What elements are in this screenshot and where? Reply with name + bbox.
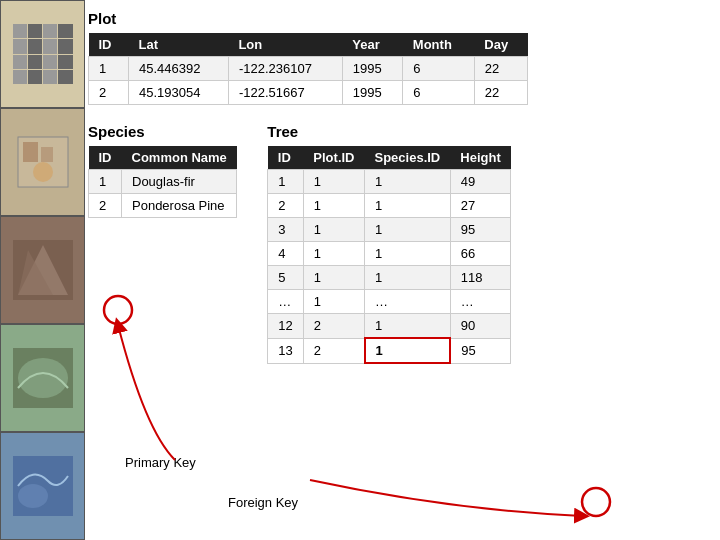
tree-col-speciesid: Species.ID: [365, 146, 451, 170]
plot-section-title: Plot: [88, 10, 710, 27]
tree-cell: 1: [365, 338, 451, 363]
tree-cell: 1: [303, 194, 364, 218]
tree-cell: 4: [268, 242, 303, 266]
species-cell: Douglas-fir: [122, 170, 237, 194]
plot-cell: 6: [403, 81, 474, 105]
tree-cell: 13: [268, 338, 303, 363]
tree-cell: 1: [365, 218, 451, 242]
tree-cell: 1: [268, 170, 303, 194]
tree-cell: 66: [450, 242, 510, 266]
plot-row: 145.446392-122.2361071995622: [89, 57, 528, 81]
tree-cell: 2: [303, 314, 364, 339]
left-image-strip: [0, 0, 85, 540]
plot-col-year: Year: [342, 33, 403, 57]
tree-cell: 1: [303, 266, 364, 290]
tree-row: 21127: [268, 194, 511, 218]
tree-row: 41166: [268, 242, 511, 266]
image-2: [0, 108, 85, 216]
tree-section-title: Tree: [267, 123, 511, 140]
svg-rect-2: [41, 147, 53, 162]
tree-cell: 1: [303, 170, 364, 194]
plot-cell: -122.51667: [228, 81, 342, 105]
species-row: 1Douglas-fir: [89, 170, 237, 194]
plot-cell: 22: [474, 57, 527, 81]
tree-cell: 1: [365, 242, 451, 266]
image-5: [0, 432, 85, 540]
tree-cell: 118: [450, 266, 510, 290]
species-section-title: Species: [88, 123, 237, 140]
svg-point-8: [18, 358, 68, 398]
tree-row: 11149: [268, 170, 511, 194]
tree-cell: 1: [365, 170, 451, 194]
species-section: Species ID Common Name 1Douglas-fir2Pond…: [88, 123, 237, 218]
species-cell: Ponderosa Pine: [122, 194, 237, 218]
plot-col-lon: Lon: [228, 33, 342, 57]
lower-section: Species ID Common Name 1Douglas-fir2Pond…: [88, 123, 710, 364]
plot-row: 245.193054-122.516671995622: [89, 81, 528, 105]
tree-cell: 1: [303, 242, 364, 266]
tree-cell: 1: [365, 266, 451, 290]
plot-table: ID Lat Lon Year Month Day 145.446392-122…: [88, 33, 528, 105]
tree-row: 31195: [268, 218, 511, 242]
plot-cell: 1: [89, 57, 129, 81]
svg-rect-1: [23, 142, 38, 162]
foreign-key-label: Foreign Key: [228, 495, 298, 510]
tree-cell: …: [450, 290, 510, 314]
primary-key-label: Primary Key: [125, 455, 196, 470]
tree-cell: 12: [268, 314, 303, 339]
tree-cell: 2: [268, 194, 303, 218]
tree-cell: 90: [450, 314, 510, 339]
tree-section: Tree ID Plot.ID Species.ID Height 111492…: [267, 123, 511, 364]
plot-cell: 1995: [342, 81, 403, 105]
tree-row: …1……: [268, 290, 511, 314]
species-row: 2Ponderosa Pine: [89, 194, 237, 218]
tree-cell: 95: [450, 338, 510, 363]
tree-col-plotid: Plot.ID: [303, 146, 364, 170]
plot-col-id: ID: [89, 33, 129, 57]
plot-col-day: Day: [474, 33, 527, 57]
tree-cell: 49: [450, 170, 510, 194]
tree-cell: 1: [365, 194, 451, 218]
plot-cell: -122.236107: [228, 57, 342, 81]
tree-cell: 2: [303, 338, 364, 363]
species-cell: 2: [89, 194, 122, 218]
tree-row: 132195: [268, 338, 511, 363]
tree-col-id: ID: [268, 146, 303, 170]
image-4: [0, 324, 85, 432]
svg-point-3: [33, 162, 53, 182]
plot-cell: 1995: [342, 57, 403, 81]
tree-cell: 27: [450, 194, 510, 218]
plot-col-lat: Lat: [128, 33, 228, 57]
plot-cell: 2: [89, 81, 129, 105]
main-content: Plot ID Lat Lon Year Month Day 145.44639…: [88, 10, 710, 364]
tree-cell: 3: [268, 218, 303, 242]
image-3: [0, 216, 85, 324]
tree-cell: …: [365, 290, 451, 314]
image-1: [0, 0, 85, 108]
tree-cell: 1: [303, 290, 364, 314]
tree-cell: 5: [268, 266, 303, 290]
svg-rect-9: [13, 456, 73, 516]
tree-col-height: Height: [450, 146, 510, 170]
species-cell: 1: [89, 170, 122, 194]
svg-point-12: [582, 488, 610, 516]
tree-table: ID Plot.ID Species.ID Height 11149211273…: [267, 146, 511, 364]
species-table: ID Common Name 1Douglas-fir2Ponderosa Pi…: [88, 146, 237, 218]
plot-cell: 45.446392: [128, 57, 228, 81]
plot-col-month: Month: [403, 33, 474, 57]
plot-cell: 6: [403, 57, 474, 81]
tree-row: 511118: [268, 266, 511, 290]
species-col-id: ID: [89, 146, 122, 170]
tree-row: 122190: [268, 314, 511, 339]
species-col-name: Common Name: [122, 146, 237, 170]
tree-cell: 1: [303, 218, 364, 242]
svg-point-10: [18, 484, 48, 508]
plot-cell: 22: [474, 81, 527, 105]
tree-cell: 1: [365, 314, 451, 339]
tree-cell: …: [268, 290, 303, 314]
plot-cell: 45.193054: [128, 81, 228, 105]
tree-cell: 95: [450, 218, 510, 242]
